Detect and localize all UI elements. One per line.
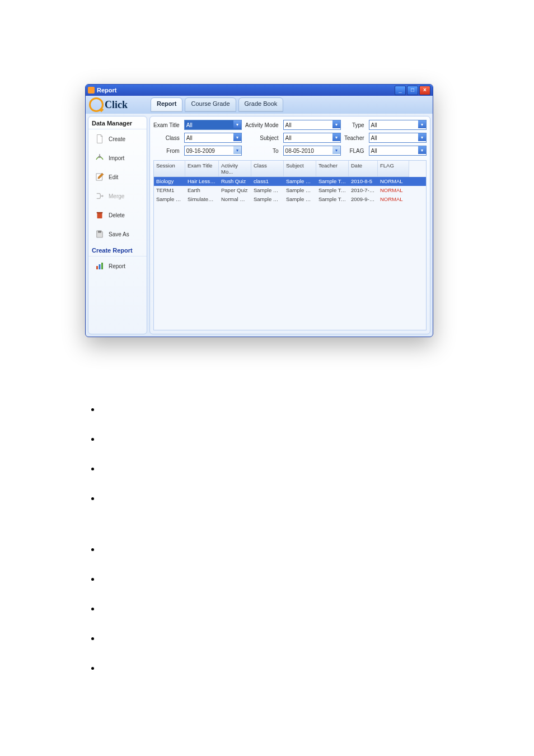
tab-report[interactable]: Report — [151, 97, 182, 112]
col-activity-mode[interactable]: Activity Mo... — [219, 161, 251, 177]
col-flag[interactable]: FLAG — [378, 161, 409, 177]
label-exam-title: Exam Title — [153, 122, 181, 128]
filter-subject[interactable]: All — [283, 133, 341, 143]
col-class[interactable]: Class — [251, 161, 284, 177]
dropdown-icon[interactable] — [418, 146, 426, 154]
label-to: To — [245, 148, 279, 154]
svg-rect-3 — [98, 231, 101, 233]
filter-exam-title[interactable]: All — [184, 120, 242, 130]
tab-course-grade[interactable]: Course Grade — [185, 97, 236, 112]
document-bullets — [90, 403, 448, 692]
window-title: Report — [97, 87, 395, 94]
dropdown-icon[interactable] — [332, 120, 340, 128]
dropdown-icon[interactable] — [233, 120, 241, 128]
bullet-item — [101, 662, 448, 673]
grid-cell: Sample Te... — [316, 177, 349, 186]
label-activity-mode: Activity Mode — [245, 122, 279, 128]
sidebar-item-label: Edit — [109, 174, 118, 180]
close-button[interactable]: × — [419, 86, 430, 95]
grid-cell: Rush Quiz — [219, 177, 251, 186]
table-row[interactable]: BiologyHair Lesson...Rush Quizclass1Samp… — [154, 177, 426, 186]
filter-flag[interactable]: All — [369, 146, 427, 156]
dropdown-icon[interactable] — [233, 146, 241, 154]
sidebar-item-label: Import — [109, 155, 124, 161]
bullet-item — [101, 433, 448, 444]
chart-icon — [94, 261, 105, 271]
filter-class[interactable]: All — [184, 133, 242, 143]
bullet-item — [101, 632, 448, 643]
main-panel: Exam Title All Activity Mode All Type Al… — [149, 116, 430, 334]
dropdown-icon[interactable] — [418, 133, 426, 141]
document-icon — [94, 134, 105, 144]
bullet-item — [101, 603, 448, 613]
import-icon — [94, 153, 105, 163]
col-date[interactable]: Date — [349, 161, 378, 177]
col-exam-title[interactable]: Exam Title — [185, 161, 219, 177]
grid-cell: class1 — [251, 177, 284, 186]
logo-text: Click — [105, 99, 128, 111]
filter-to[interactable]: 08-05-2010 — [283, 146, 341, 156]
grid-cell: Simulated ... — [185, 195, 219, 204]
logo: Click — [89, 97, 151, 112]
bullet-item — [101, 403, 448, 414]
label-type: Type — [344, 122, 366, 128]
label-class: Class — [153, 135, 181, 141]
dropdown-icon[interactable] — [418, 120, 426, 128]
grid-cell: 2009-9-16 — [349, 195, 378, 204]
filter-bar: Exam Title All Activity Mode All Type Al… — [153, 120, 427, 156]
filter-from[interactable]: 09-16-2009 — [184, 146, 242, 156]
col-subject[interactable]: Subject — [284, 161, 316, 177]
grid-cell: Sample Te... — [316, 195, 349, 204]
grid-cell: Sample Cl... — [251, 195, 284, 204]
grid-cell: Sample Su... — [284, 195, 316, 204]
grid-cell: Sample Su... — [284, 186, 316, 195]
svg-rect-5 — [99, 264, 101, 269]
col-session[interactable]: Session — [154, 161, 185, 177]
report-window: Report _ □ × Click Report Course Grade G… — [85, 84, 433, 337]
bullet-item — [101, 492, 448, 503]
grid-cell: NORMAL — [378, 186, 409, 195]
app-icon — [88, 87, 95, 94]
grid-cell: 2010-8-5 — [349, 177, 378, 186]
grid-cell: Paper Quiz — [219, 186, 251, 195]
table-row[interactable]: Sample Se...Simulated ...Normal QuizSamp… — [154, 195, 426, 204]
data-grid[interactable]: Session Exam Title Activity Mo... Class … — [153, 160, 427, 330]
sidebar-item-report[interactable]: Report — [88, 256, 147, 276]
grid-cell: 2010-7-26 — [349, 186, 378, 195]
filter-type[interactable]: All — [369, 120, 427, 130]
sidebar-section-create-report: Create Report — [88, 244, 147, 256]
dropdown-icon[interactable] — [332, 146, 340, 154]
sidebar-section-data-manager: Data Manager — [88, 116, 147, 129]
sidebar-item-saveas[interactable]: Save As — [88, 225, 147, 244]
grid-cell: Sample Su... — [284, 177, 316, 186]
filter-teacher[interactable]: All — [369, 133, 427, 143]
save-icon — [94, 229, 105, 239]
sidebar: Data Manager Create Import — [88, 116, 147, 334]
sidebar-item-import[interactable]: Import — [88, 148, 147, 167]
sidebar-item-label: Report — [109, 263, 125, 269]
sidebar-item-label: Save As — [109, 231, 129, 237]
col-teacher[interactable]: Teacher — [316, 161, 349, 177]
edit-icon — [94, 172, 105, 182]
sidebar-item-delete[interactable]: Delete — [88, 206, 147, 225]
sidebar-item-edit[interactable]: Edit — [88, 167, 147, 186]
maximize-button[interactable]: □ — [407, 86, 418, 95]
grid-header-row: Session Exam Title Activity Mo... Class … — [154, 161, 426, 177]
minimize-button[interactable]: _ — [395, 86, 406, 95]
bullet-item — [101, 573, 448, 584]
svg-rect-1 — [97, 213, 102, 218]
sidebar-item-merge: Merge — [88, 186, 147, 206]
titlebar[interactable]: Report _ □ × — [86, 85, 433, 96]
grid-cell: Normal Quiz — [219, 195, 251, 204]
tab-grade-book[interactable]: Grade Book — [238, 97, 284, 112]
dropdown-icon[interactable] — [332, 133, 340, 141]
sidebar-item-create[interactable]: Create — [88, 129, 147, 148]
grid-cell: Hair Lesson... — [185, 177, 219, 186]
delete-icon — [94, 210, 105, 220]
filter-activity-mode[interactable]: All — [283, 120, 341, 130]
label-subject: Subject — [245, 135, 279, 141]
dropdown-icon[interactable] — [233, 133, 241, 141]
label-from: From — [153, 148, 181, 154]
table-row[interactable]: TERM1EarthPaper QuizSample Cl...Sample S… — [154, 186, 426, 195]
sidebar-item-label: Merge — [109, 193, 124, 199]
